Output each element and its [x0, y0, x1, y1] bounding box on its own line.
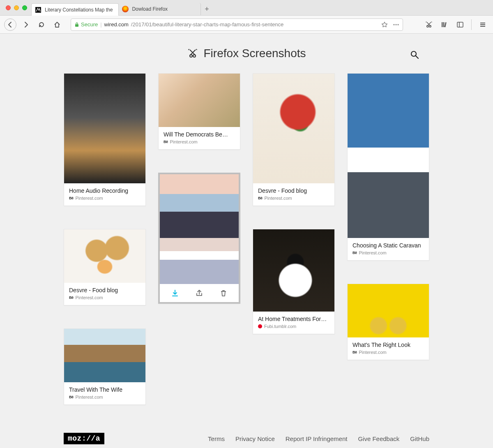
screenshot-card[interactable]: Will The Democrats Be…BēPinterest.com: [158, 73, 240, 150]
card-meta: Travel With The WifeBēPinterest.com: [64, 382, 145, 404]
screenshot-card[interactable]: Desvre - Food blogBēPinterest.com: [64, 229, 146, 305]
screenshot-card[interactable]: Desvre - Food blogBēPinterest.com: [253, 73, 335, 206]
close-window-button[interactable]: [6, 5, 11, 10]
card-meta: At Home Treatments For…Fubi.tumblr.com: [253, 312, 334, 334]
secure-indicator: Secure: [74, 21, 98, 28]
card-source: Fubi.tumblr.com: [258, 324, 329, 329]
screenshot-card[interactable]: At Home Treatments For…Fubi.tumblr.com: [253, 229, 335, 334]
card-title: Desvre - Food blog: [258, 187, 329, 194]
library-icon[interactable]: [438, 18, 451, 31]
card-source: BēPinterest.com: [69, 395, 141, 400]
screenshot-card[interactable]: Choosing A Static CaravanBēPinterest.com: [347, 73, 429, 261]
forward-button[interactable]: [20, 18, 32, 31]
card-source-text: Pinterest.com: [265, 196, 292, 201]
search-icon[interactable]: [410, 50, 419, 59]
card-title: Home Audio Recording: [69, 187, 141, 194]
footer-link[interactable]: GitHub: [410, 435, 429, 442]
card-source-text: Pinterest.com: [359, 350, 387, 355]
card-source-text: Fubi.tumblr.com: [264, 324, 296, 329]
card-title: Travel With The Wife: [69, 386, 141, 393]
svg-rect-1: [75, 24, 78, 27]
page-action-menu-icon[interactable]: [393, 21, 399, 28]
page-header: Firefox Screenshots: [0, 34, 493, 67]
footer-link[interactable]: Report IP Infringement: [286, 435, 348, 442]
hamburger-menu-icon[interactable]: [477, 18, 489, 31]
card-source: BēPinterest.com: [352, 350, 424, 355]
titlebar: Literary Constellations Map the Dowload …: [0, 0, 493, 16]
maximize-window-button[interactable]: [22, 5, 27, 10]
behance-icon: Bē: [352, 251, 357, 255]
secure-label: Secure: [81, 21, 98, 28]
card-meta: Desvre - Food blogBēPinterest.com: [64, 283, 145, 305]
svg-rect-7: [442, 22, 443, 27]
card-thumbnail: [348, 284, 429, 337]
footer-link[interactable]: Privacy Notice: [235, 435, 275, 442]
url-path: /2017/01/beautiful-literary-star-charts-…: [131, 21, 283, 28]
footer-link[interactable]: Terms: [208, 435, 225, 442]
toolbar-divider: [471, 19, 472, 30]
reload-button[interactable]: [35, 18, 48, 31]
svg-point-3: [396, 24, 397, 25]
svg-rect-9: [445, 22, 447, 27]
card-source: BēPinterest.com: [352, 250, 424, 255]
lock-icon: [74, 22, 79, 27]
home-button[interactable]: [51, 18, 63, 31]
behance-icon: Bē: [258, 196, 263, 200]
card-source: BēPinterest.com: [69, 295, 141, 300]
card-thumbnail: [64, 74, 145, 183]
card-meta: Will The Democrats Be…BēPinterest.com: [159, 127, 240, 149]
behance-icon: Bē: [352, 350, 357, 354]
url-bar[interactable]: Secure | wired.com/2017/01/beautiful-lit…: [71, 18, 403, 31]
screenshot-card[interactable]: Travel With The WifeBēPinterest.com: [64, 328, 146, 405]
svg-point-2: [394, 24, 395, 25]
svg-rect-8: [443, 22, 445, 27]
tab-1[interactable]: Dowload Firefox: [119, 3, 201, 15]
card-source: BēPinterest.com: [258, 196, 329, 201]
cards-grid: Home Audio RecordingBēPinterest.comDesvr…: [64, 73, 429, 416]
tab-0[interactable]: Literary Constellations Map the: [31, 3, 119, 16]
share-icon[interactable]: [195, 289, 203, 297]
footer-link[interactable]: Give Feedback: [358, 435, 399, 442]
card-thumbnail: [64, 329, 145, 382]
trash-icon[interactable]: [219, 289, 228, 297]
card-thumbnail: [159, 74, 240, 127]
card-meta: Desvre - Food blogBēPinterest.com: [253, 183, 334, 206]
screenshot-card[interactable]: Home Audio RecordingBēPinterest.com: [64, 73, 146, 206]
behance-icon: Bē: [69, 296, 74, 300]
screenshots-logo-icon: [187, 48, 198, 59]
card-thumbnail: [348, 74, 429, 238]
card-source: BēPinterest.com: [69, 196, 141, 201]
card-source-text: Pinterest.com: [76, 196, 103, 201]
tab-favicon-wired: [35, 7, 41, 13]
behance-icon: Bē: [164, 140, 168, 144]
tab-favicon-firefox: [122, 6, 129, 12]
download-icon[interactable]: [171, 289, 179, 297]
tab-strip: Literary Constellations Map the Dowload …: [31, 0, 212, 15]
window-controls: [6, 5, 27, 10]
card-source-text: Pinterest.com: [76, 395, 103, 400]
screenshots-toolbar-icon[interactable]: [423, 18, 435, 31]
screenshot-card[interactable]: What's The Right LookBēPinterest.com: [347, 284, 429, 360]
card-source-text: Pinterest.com: [359, 250, 387, 255]
card-source-text: Pinterest.com: [170, 139, 198, 144]
svg-line-18: [416, 56, 418, 58]
tab-label: Dowload Firefox: [132, 6, 168, 12]
mozilla-logo[interactable]: moz://a: [64, 433, 104, 444]
card-thumbnail: [64, 229, 145, 283]
page-content: Firefox Screenshots Home Audio Recording…: [0, 34, 493, 448]
bookmark-star-icon[interactable]: [381, 21, 388, 28]
minimize-window-button[interactable]: [14, 5, 19, 10]
svg-point-17: [411, 51, 416, 56]
card-meta: What's The Right LookBēPinterest.com: [348, 337, 429, 360]
card-thumbnail: [253, 229, 334, 312]
screenshot-card[interactable]: [158, 173, 240, 304]
sidebar-toggle-icon[interactable]: [454, 18, 466, 31]
back-button[interactable]: [4, 18, 16, 31]
new-tab-button[interactable]: +: [201, 3, 212, 15]
url-domain: wired.com: [104, 21, 129, 28]
svg-rect-10: [457, 22, 463, 27]
page-title: Firefox Screenshots: [187, 47, 306, 60]
card-action-bar: [160, 284, 239, 302]
card-thumbnail: [160, 174, 239, 284]
svg-point-4: [398, 24, 399, 25]
